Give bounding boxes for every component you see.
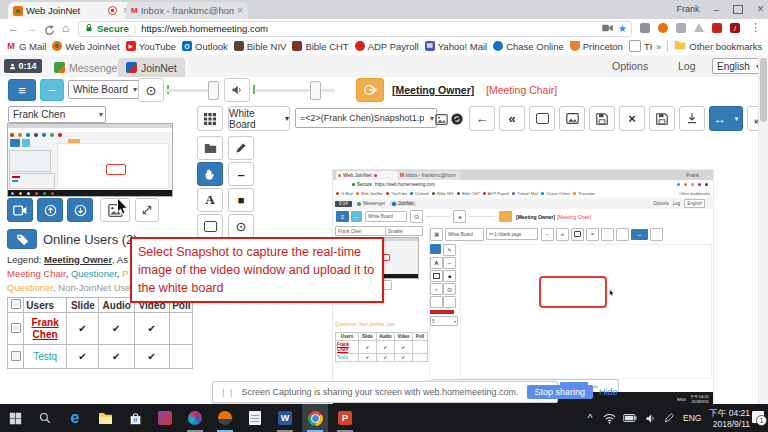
joinnet-app-icon[interactable] <box>216 409 234 427</box>
tab-messenger[interactable]: Messenger <box>46 58 129 77</box>
store-icon[interactable] <box>126 409 144 427</box>
forward-icon[interactable]: → <box>26 22 37 34</box>
pencil-tool[interactable] <box>228 136 254 160</box>
close-button[interactable]: × <box>757 2 764 16</box>
menu-button[interactable]: ≡ <box>8 79 36 101</box>
wb-export-button[interactable] <box>589 106 615 131</box>
filled-square-tool[interactable]: ■ <box>228 188 254 212</box>
chrome-icon[interactable] <box>306 409 324 427</box>
wb-save-button[interactable] <box>649 106 675 131</box>
notification-center-icon[interactable]: 1 <box>752 411 764 423</box>
caret-down-icon[interactable]: ▾ <box>730 115 742 123</box>
pen-icon[interactable] <box>663 409 675 427</box>
powerpoint-icon[interactable]: P <box>336 409 354 427</box>
wb-fit-width-button[interactable]: ↔ ▾ <box>709 106 743 131</box>
line-tool[interactable]: – <box>228 162 254 186</box>
stop-sharing-button[interactable]: Stop sharing <box>527 385 594 399</box>
bookmark-item[interactable]: Bible NIV <box>234 41 287 52</box>
extension-icon[interactable] <box>712 23 722 33</box>
battery-icon[interactable] <box>622 409 638 427</box>
user-checkbox[interactable] <box>11 323 21 333</box>
scrollbar-thumb[interactable] <box>760 58 767 122</box>
wifi-icon[interactable] <box>602 409 616 427</box>
wb-download-button[interactable] <box>679 106 705 131</box>
mic-slider-handle[interactable] <box>208 81 219 100</box>
wb-back-button[interactable]: ← <box>469 106 495 131</box>
wb-board-select[interactable]: White Board▾ <box>228 106 290 131</box>
paint3d-icon[interactable] <box>186 409 204 427</box>
video-window-button[interactable] <box>7 198 33 222</box>
wb-grid-button[interactable] <box>197 106 223 131</box>
text-tool[interactable]: A <box>197 188 223 212</box>
wb-delete-button[interactable]: × <box>619 106 645 131</box>
bookmark-item[interactable]: ADP Payroll <box>355 41 419 52</box>
tray-chevron-icon[interactable]: ^ <box>584 409 596 427</box>
wb-sync-icon[interactable] <box>451 111 463 129</box>
wb-rewind-button[interactable]: « <box>499 106 525 131</box>
participant-select[interactable]: Frank Chen ▾ <box>8 106 106 123</box>
speaker-button[interactable] <box>224 78 250 102</box>
browser-tab-inbox[interactable]: M Inbox - franktmc@hom × <box>126 2 248 19</box>
bookmark-item[interactable]: Princeton <box>570 41 623 52</box>
user-name-link[interactable]: Testq <box>24 345 66 369</box>
volume-slider-track[interactable] <box>255 89 335 92</box>
board-mode-select[interactable]: White Board ▾ <box>68 80 140 99</box>
record-target-button[interactable]: ⊙ <box>138 78 164 102</box>
options-link[interactable]: Options <box>612 60 648 72</box>
bookmark-item[interactable]: ✉Yahoo! Mail <box>425 41 487 52</box>
wb-file-select[interactable]: =<2>(Frank Chen)Snapshot1.png ▾ <box>295 108 437 128</box>
online-users-tag-button[interactable] <box>7 229 37 249</box>
clock[interactable]: 下午 04:21 2018/9/11 <box>706 408 750 429</box>
wb-blank-page-button[interactable] <box>529 106 555 131</box>
profile-name[interactable]: Frank <box>676 4 699 14</box>
exit-button[interactable] <box>356 78 384 102</box>
start-button[interactable] <box>6 409 24 427</box>
extension-icon[interactable] <box>658 23 668 33</box>
bookmark-item[interactable]: ▶YouTube <box>126 41 176 52</box>
folder-tool[interactable] <box>197 136 223 160</box>
maximize-button[interactable] <box>733 5 743 14</box>
notepad-icon[interactable] <box>246 409 264 427</box>
user-checkbox[interactable] <box>11 351 21 361</box>
browser-menu-icon[interactable]: ⋮ <box>750 21 761 34</box>
search-button[interactable] <box>36 409 54 427</box>
edge-icon[interactable]: e <box>66 409 84 427</box>
video-thumbnail[interactable] <box>8 124 172 196</box>
bookmark-item[interactable]: MG Mail <box>6 41 46 52</box>
volume-slider-handle[interactable] <box>310 81 321 100</box>
bookmark-star-icon[interactable]: ★ <box>618 23 627 34</box>
tab-joinnet[interactable]: JoinNet <box>118 58 185 77</box>
bookmark-item[interactable]: Bible CHT <box>292 41 348 52</box>
file-explorer-icon[interactable] <box>96 409 114 427</box>
word-icon[interactable]: W <box>276 409 294 427</box>
extension-icon[interactable] <box>676 23 686 33</box>
language-indicator[interactable]: ENG <box>683 413 701 423</box>
select-all-checkbox[interactable] <box>11 299 21 309</box>
tab-close-icon[interactable]: × <box>237 5 243 16</box>
extension-icon[interactable] <box>640 23 650 33</box>
wb-slide-button[interactable] <box>559 106 585 131</box>
bookmark-item[interactable]: Web JoinNet <box>52 41 119 52</box>
other-bookmarks[interactable]: Other bookmarks <box>674 40 762 52</box>
hand-tool[interactable] <box>197 162 223 186</box>
language-select[interactable]: English ▾ <box>712 58 763 74</box>
hide-link[interactable]: Hide <box>599 387 618 397</box>
wb-image-icon[interactable] <box>435 111 448 129</box>
back-icon[interactable]: ← <box>8 22 19 34</box>
upload-button[interactable] <box>37 198 63 222</box>
bookmark-item[interactable]: THEnglish sign-in <box>629 40 652 52</box>
bookmark-item[interactable]: OOutlook <box>182 41 228 52</box>
page-scrollbar[interactable] <box>758 56 768 404</box>
camera-allowed-icon[interactable] <box>602 23 613 34</box>
url-omnibox[interactable]: Secure | https://web.homemeeting.com ★ <box>78 21 632 37</box>
download-button[interactable] <box>67 198 93 222</box>
log-link[interactable]: Log <box>678 60 696 72</box>
extension-icon[interactable] <box>694 23 704 32</box>
home-icon[interactable]: ⌂ <box>62 21 69 35</box>
browser-tab-joinnet[interactable]: Web JoinNet × <box>8 2 134 19</box>
collapse-button[interactable]: – <box>40 79 64 101</box>
minimize-button[interactable]: – <box>713 4 719 15</box>
bookmarks-overflow-icon[interactable]: » <box>656 41 661 52</box>
rectangle-tool[interactable] <box>197 214 223 238</box>
extension-icon[interactable]: / <box>730 23 740 33</box>
